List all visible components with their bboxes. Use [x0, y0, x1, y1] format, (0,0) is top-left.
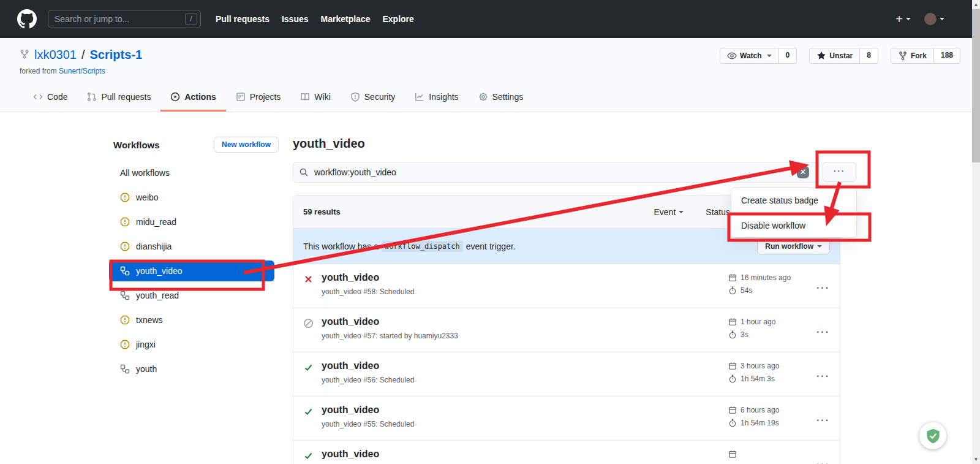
calendar-icon	[728, 362, 737, 370]
create-new-menu[interactable]: +	[895, 12, 911, 26]
tab-security[interactable]: Security	[341, 85, 405, 112]
run-time: 1 hour ago	[741, 318, 775, 326]
scrollbar-up-arrow-icon[interactable]: ▲	[972, 0, 980, 9]
run-row[interactable]: youth_videoyouth_video #57: started by h…	[293, 308, 840, 352]
forked-from-link[interactable]: Sunert/Scripts	[59, 67, 105, 75]
results-count: 59 results	[303, 207, 341, 216]
repo-social-buttons: Watch 0 Unstar 8 Fork 188	[720, 48, 960, 64]
nav-explore[interactable]: Explore	[382, 14, 413, 24]
sidebar-item-weibo[interactable]: weibo	[109, 187, 274, 208]
sidebar-item-youth-read[interactable]: youth_read	[109, 285, 274, 306]
repo-owner-link[interactable]: lxk0301	[34, 48, 77, 62]
run-row[interactable]: youth_videoyouth_video #58: Scheduled 16…	[293, 264, 840, 308]
page-scrollbar[interactable]: ▲ ▼	[972, 0, 980, 464]
new-workflow-button[interactable]: New workflow	[214, 137, 279, 153]
run-row[interactable]: youth_video ···	[293, 440, 840, 464]
run-title-link[interactable]: youth_video	[322, 449, 728, 460]
sidebar-item-txnews[interactable]: txnews	[109, 310, 274, 330]
tab-insights[interactable]: Insights	[405, 85, 468, 112]
menu-item-create-status-badge[interactable]: Create status badge	[731, 188, 856, 213]
clear-filter-button[interactable]: ✕	[797, 166, 809, 178]
tab-settings[interactable]: Settings	[469, 85, 533, 112]
unstar-button[interactable]: Unstar	[809, 48, 860, 64]
warning-icon	[120, 217, 130, 227]
run-title-link[interactable]: youth_video	[322, 405, 728, 416]
sidebar-item-youth[interactable]: youth	[109, 359, 274, 379]
scrollbar-thumb[interactable]	[972, 9, 980, 162]
chevron-down-icon	[679, 211, 684, 213]
run-title-link[interactable]: youth_video	[322, 272, 728, 283]
run-options-button[interactable]: ···	[808, 360, 830, 396]
chevron-down-icon	[817, 245, 822, 248]
repo-fork-icon	[20, 48, 29, 62]
menu-item-disable-workflow[interactable]: Disable workflow	[731, 213, 856, 237]
run-description: youth_video #57: started by huamiyu2333	[322, 332, 728, 340]
repo-header: lxk0301 / Scripts-1 Watch 0 Unstar	[0, 38, 980, 112]
sidebar-item-jingxi[interactable]: jingxi	[109, 334, 274, 355]
code-icon	[33, 92, 43, 102]
event-filter[interactable]: Event	[654, 207, 684, 217]
chevron-down-icon	[767, 55, 772, 57]
run-workflow-button[interactable]: Run workflow	[757, 238, 830, 254]
tab-actions[interactable]: Actions	[160, 85, 225, 112]
scrollbar-down-arrow-icon[interactable]: ▼	[972, 455, 980, 464]
runs-filter-input[interactable]	[293, 162, 818, 183]
run-title-link[interactable]: youth_video	[322, 360, 728, 371]
failure-icon	[303, 274, 314, 308]
workflow-options-button[interactable]: ···	[823, 162, 856, 182]
workflow-options-menu: Create status badge Disable workflow	[731, 188, 857, 238]
fork-icon	[898, 51, 908, 61]
run-options-button[interactable]: ···	[808, 449, 830, 464]
tab-pull-requests[interactable]: Pull requests	[77, 85, 160, 112]
run-row[interactable]: youth_videoyouth_video #56: Scheduled 3 …	[293, 352, 840, 396]
nav-issues[interactable]: Issues	[282, 14, 309, 24]
repo-tabs: Code Pull requests Actions Projects Wiki…	[20, 85, 960, 112]
run-options-button[interactable]: ···	[808, 405, 830, 440]
tab-code[interactable]: Code	[23, 85, 77, 112]
run-description: youth_video #56: Scheduled	[322, 376, 728, 384]
user-menu[interactable]	[924, 13, 944, 25]
workflow-icon	[120, 266, 130, 276]
run-options-button[interactable]: ···	[808, 316, 830, 352]
sidebar-item-dianshijia[interactable]: dianshijia	[109, 236, 274, 257]
nav-pull-requests[interactable]: Pull requests	[216, 14, 270, 24]
cancelled-icon	[303, 318, 314, 352]
shield-icon	[350, 92, 360, 102]
watch-count[interactable]: 0	[779, 48, 797, 64]
star-count[interactable]: 8	[860, 48, 878, 64]
project-icon	[236, 92, 246, 102]
global-search-input[interactable]	[48, 10, 201, 28]
adguard-badge[interactable]	[919, 422, 946, 449]
header-right: +	[895, 12, 944, 26]
warning-icon	[120, 315, 130, 325]
run-row[interactable]: youth_videoyouth_video #55: Scheduled 6 …	[293, 396, 840, 440]
stopwatch-icon	[728, 286, 737, 295]
fork-button[interactable]: Fork	[891, 48, 934, 64]
avatar	[924, 13, 937, 25]
calendar-icon	[728, 318, 737, 326]
workflow-title: youth_video	[293, 137, 840, 151]
nav-marketplace[interactable]: Marketplace	[321, 14, 371, 24]
tab-projects[interactable]: Projects	[226, 85, 291, 112]
watch-button[interactable]: Watch	[720, 48, 779, 64]
repo-name-link[interactable]: Scripts-1	[90, 48, 143, 62]
header-nav: Pull requests Issues Marketplace Explore	[216, 14, 414, 24]
github-actions-page: / Pull requests Issues Marketplace Explo…	[0, 0, 980, 464]
run-time: 6 hours ago	[741, 406, 779, 414]
sidebar-item-midu-read[interactable]: midu_read	[109, 211, 274, 232]
code-snippet: workflow_dispatch	[382, 241, 463, 252]
search-icon	[299, 167, 309, 177]
github-logo-icon[interactable]	[17, 9, 37, 29]
sidebar-item-youth-video[interactable]: youth_video	[109, 261, 274, 281]
run-duration: 1h 54m 3s	[741, 375, 775, 383]
fork-count[interactable]: 188	[934, 48, 960, 64]
run-title-link[interactable]: youth_video	[322, 316, 728, 327]
tab-wiki[interactable]: Wiki	[290, 85, 340, 112]
run-description: youth_video #58: Scheduled	[322, 287, 728, 296]
run-time: 3 hours ago	[741, 362, 779, 370]
global-search: /	[48, 10, 201, 28]
sidebar-item-all-workflows[interactable]: All workflows	[109, 162, 274, 183]
star-icon	[816, 51, 826, 61]
run-options-button[interactable]: ···	[808, 272, 830, 308]
run-duration: 54s	[741, 286, 752, 295]
